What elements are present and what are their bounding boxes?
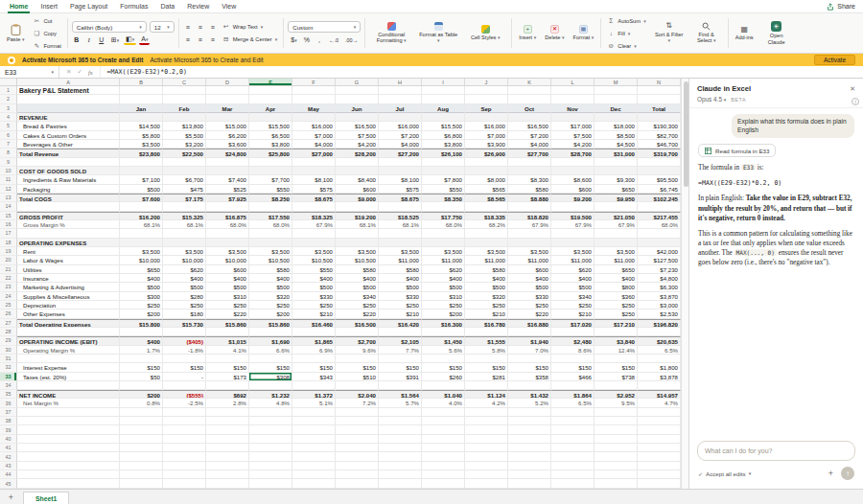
align-middle-icon[interactable]: ≡	[196, 22, 205, 33]
cell-C41[interactable]	[163, 444, 206, 452]
cell-C16[interactable]: 68.1%	[163, 220, 206, 229]
cell-E1[interactable]	[249, 86, 292, 95]
cell-K25[interactable]: $250	[508, 301, 551, 309]
cell-H13[interactable]: $8,675	[379, 194, 422, 202]
cell-E36[interactable]: 4.8%	[249, 399, 292, 407]
row-header-31[interactable]: 31	[0, 355, 17, 363]
cell-G5[interactable]: $16,500	[336, 122, 379, 130]
cell-A42[interactable]	[17, 452, 120, 461]
fill-color-button[interactable]: ◧ ▾	[124, 34, 136, 45]
cell-K10[interactable]	[508, 167, 551, 175]
cell-K14[interactable]	[508, 202, 551, 211]
cell-B9[interactable]	[120, 158, 163, 167]
cell-I3[interactable]: Aug	[422, 104, 465, 113]
cell-M38[interactable]	[595, 417, 638, 425]
cell-I8[interactable]: $26,100	[422, 149, 465, 157]
cell-A36[interactable]: Net Margin %	[17, 399, 120, 407]
row-header-26[interactable]: 26	[0, 309, 17, 318]
cell-H1[interactable]	[379, 86, 422, 95]
cell-M19[interactable]: $3,500	[595, 247, 638, 256]
cell-J24[interactable]: $320	[465, 292, 508, 301]
cell-C12[interactable]: $475	[163, 185, 206, 194]
cell-B14[interactable]	[120, 202, 163, 211]
cell-C13[interactable]: $7,175	[163, 194, 206, 202]
column-header-J[interactable]: J	[465, 79, 508, 85]
cell-F12[interactable]: $575	[292, 185, 336, 194]
cell-G22[interactable]: $400	[336, 274, 379, 283]
cell-G41[interactable]	[336, 444, 379, 452]
cell-B7[interactable]: $3,500	[120, 140, 163, 149]
cell-M20[interactable]: $11,000	[595, 256, 638, 264]
cell-B15[interactable]: $16,200	[120, 212, 163, 220]
row-header-35[interactable]: 35	[0, 390, 17, 399]
cell-G23[interactable]: $500	[336, 283, 379, 291]
cell-C7[interactable]: $3,200	[163, 140, 206, 149]
cell-D15[interactable]: $16,875	[206, 212, 249, 220]
cell-C28[interactable]	[163, 328, 206, 336]
row-header-22[interactable]: 22	[0, 274, 17, 283]
cell-D37[interactable]	[206, 408, 249, 417]
cell-F28[interactable]	[292, 328, 336, 336]
cell-L4[interactable]	[551, 113, 595, 122]
tool-use-chip[interactable]: Read formula in E33	[698, 144, 776, 157]
cell-K35[interactable]: $1,432	[508, 390, 551, 399]
cell-H33[interactable]: $391	[379, 373, 422, 381]
cell-F16[interactable]: 67.9%	[292, 220, 336, 229]
wrap-text-button[interactable]: ↩Wrap Text ▾	[221, 22, 265, 33]
cell-J41[interactable]	[465, 444, 508, 452]
cell-E4[interactable]	[249, 113, 292, 122]
cell-G3[interactable]: Jun	[336, 104, 379, 113]
cell-D6[interactable]: $6,200	[206, 131, 249, 140]
currency-button[interactable]: $ ▾	[289, 34, 298, 45]
cell-B30[interactable]: 1.7%	[120, 346, 163, 355]
find-select-button[interactable]: Find & Select ▾	[689, 21, 724, 45]
cell-N26[interactable]: $2,530	[638, 309, 681, 318]
row-header-11[interactable]: 11	[0, 175, 17, 184]
cell-B18[interactable]	[120, 239, 163, 247]
cell-B6[interactable]: $5,800	[120, 131, 163, 140]
row-header-23[interactable]: 23	[0, 283, 17, 291]
cell-A18[interactable]: OPERATING EXPENSES	[17, 239, 120, 247]
cell-J32[interactable]: $150	[465, 363, 508, 372]
cell-M43[interactable]	[595, 462, 638, 470]
cell-G7[interactable]: $4,200	[336, 140, 379, 149]
cell-M1[interactable]	[595, 86, 638, 95]
cell-J1[interactable]	[465, 86, 508, 95]
cell-E7[interactable]: $3,800	[249, 140, 292, 149]
cell-C23[interactable]: $500	[163, 283, 206, 291]
cell-K41[interactable]	[508, 444, 551, 452]
cell-M32[interactable]: $150	[595, 363, 638, 372]
column-header-G[interactable]: G	[336, 79, 379, 85]
cell-G33[interactable]: $510	[336, 373, 379, 381]
cell-F33[interactable]: $343	[292, 373, 336, 381]
cell-B17[interactable]	[120, 229, 163, 238]
cell-M26[interactable]: $250	[595, 309, 638, 318]
column-header-M[interactable]: M	[595, 79, 638, 85]
cell-K24[interactable]: $330	[508, 292, 551, 301]
cell-I45[interactable]	[422, 479, 465, 488]
cell-N36[interactable]: 4.7%	[638, 399, 681, 407]
cell-I4[interactable]	[422, 113, 465, 122]
align-center-icon[interactable]: ≡	[196, 34, 205, 45]
row-header-13[interactable]: 13	[0, 194, 17, 202]
cell-A14[interactable]	[17, 202, 120, 211]
cell-M36[interactable]: 9.5%	[595, 399, 638, 407]
cell-K2[interactable]	[508, 95, 551, 103]
cell-G21[interactable]: $580	[336, 265, 379, 274]
cell-K5[interactable]: $16,500	[508, 122, 551, 130]
cell-J28[interactable]	[465, 328, 508, 336]
cell-I24[interactable]: $310	[422, 292, 465, 301]
cell-M7[interactable]: $4,500	[595, 140, 638, 149]
cell-L26[interactable]: $210	[551, 309, 595, 318]
cell-A4[interactable]: REVENUE	[17, 113, 120, 122]
cell-H38[interactable]	[379, 417, 422, 425]
cell-D32[interactable]: $150	[206, 363, 249, 372]
cell-D21[interactable]: $600	[206, 265, 249, 274]
cell-F22[interactable]: $400	[292, 274, 336, 283]
cell-N33[interactable]: $3,878	[638, 373, 681, 381]
column-header-C[interactable]: C	[163, 79, 206, 85]
cell-G18[interactable]	[336, 239, 379, 247]
cell-H6[interactable]: $7,200	[379, 131, 422, 140]
cell-H36[interactable]: 5.7%	[379, 399, 422, 407]
cell-C40[interactable]	[163, 435, 206, 444]
